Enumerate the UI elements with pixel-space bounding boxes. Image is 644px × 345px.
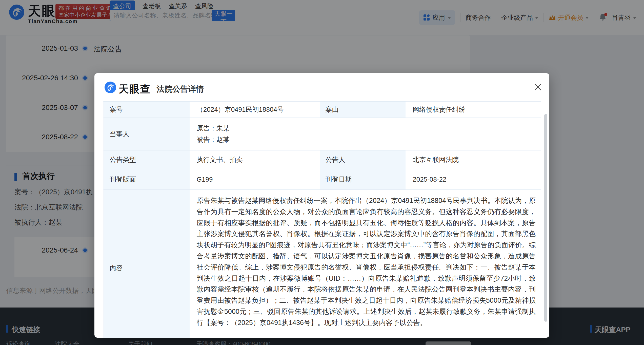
- cell-publication-page-label: 刊登版面: [104, 169, 190, 189]
- cell-announcement-type-value: 执行文书、拍卖: [190, 150, 319, 169]
- announcement-content-text: 原告朱某与被告赵某网络侵权责任纠纷一案，本院作出（2024）京0491民初188…: [197, 195, 536, 329]
- modal-scrollbar[interactable]: [544, 114, 547, 322]
- divider: [151, 84, 151, 92]
- cell-cause-value: 网络侵权责任纠纷: [406, 102, 541, 118]
- cell-content-value: 原告朱某与被告赵某网络侵权责任纠纷一案，本院作出（2024）京0491民初188…: [190, 190, 541, 338]
- table-row: 内容 原告朱某与被告赵某网络侵权责任纠纷一案，本院作出（2024）京0491民初…: [104, 190, 541, 338]
- cell-case-number-value: （2024）京0491民初18804号: [190, 102, 319, 118]
- table-row: 公告类型 执行文书、拍卖 公告人 北京互联网法院: [104, 150, 541, 169]
- table-row: 案号 （2024）京0491民初18804号 案由 网络侵权责任纠纷: [104, 102, 541, 118]
- defendant-line: 被告：赵某: [197, 135, 230, 144]
- table-row: 当事人 原告：朱某 被告：赵某: [104, 118, 541, 150]
- cell-publication-date-value: 2025-08-22: [406, 169, 541, 189]
- modal-title: 法院公告详情: [157, 84, 204, 94]
- close-icon[interactable]: [533, 82, 543, 92]
- cell-publication-date-label: 刊登日期: [319, 169, 406, 189]
- cell-announcer-value: 北京互联网法院: [406, 150, 541, 169]
- court-announcement-detail-dialog: 天眼查 法院公告详情 案号 （2024）京0491民初18804号 案由 网络侵…: [94, 73, 549, 338]
- table-row: 刊登版面 G199 刊登日期 2025-08-22: [104, 169, 541, 190]
- cell-cause-label: 案由: [319, 102, 406, 118]
- cell-parties-value: 原告：朱某 被告：赵某: [190, 118, 541, 150]
- page: 天眼查 TianYanCha.com 都在用的商业查询工具 国家中小企业发展子基…: [0, 0, 644, 345]
- cell-case-number-label: 案号: [104, 102, 190, 118]
- plaintiff-line: 原告：朱某: [197, 124, 230, 133]
- cell-announcement-type-label: 公告类型: [104, 150, 190, 169]
- cell-announcer-label: 公告人: [319, 150, 406, 169]
- announcement-detail-table: 案号 （2024）京0491民初18804号 案由 网络侵权责任纠纷 当事人 原…: [103, 101, 541, 338]
- tianyancha-logo-icon: [105, 82, 116, 93]
- cell-content-label: 内容: [104, 190, 190, 338]
- modal-brand-name: 天眼查: [119, 82, 151, 96]
- cell-parties-label: 当事人: [104, 118, 190, 150]
- cell-publication-page-value: G199: [190, 169, 319, 189]
